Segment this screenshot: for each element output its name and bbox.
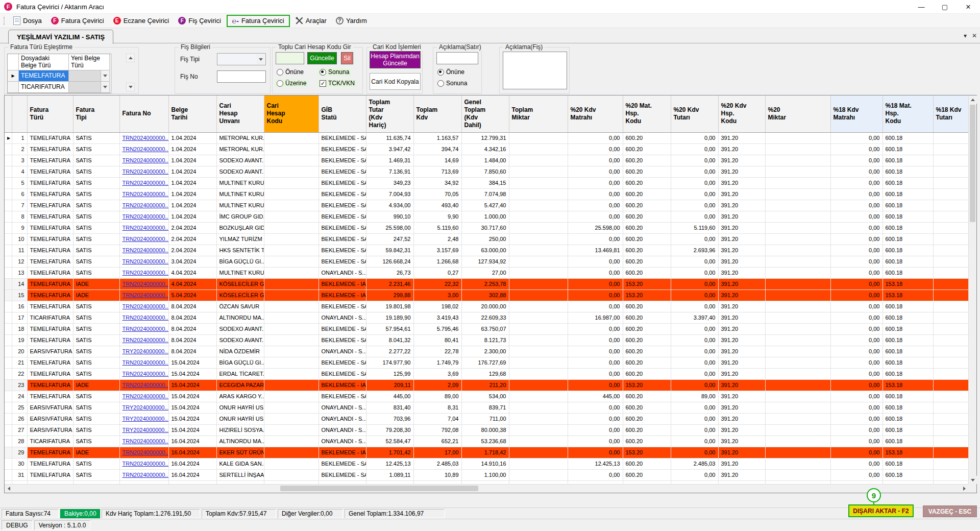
cell-kdv[interactable]: 652,21 [413,436,461,447]
cell-tarih[interactable]: 1.04.2024 [168,155,216,166]
cell-genel[interactable]: 63.750,07 [461,323,509,334]
cell-tipi[interactable]: IADE [73,278,119,289]
cell-m20[interactable]: 0,00 [568,447,623,458]
belge-turu-row[interactable]: ▶ TEMELFATURA [8,70,111,82]
cell-tarih[interactable]: 16.04.2024 [168,447,216,458]
cell-mk20[interactable]: 600.20 [623,312,671,323]
column-header-mk20[interactable]: %20 Mat. Hsp. Kodu [623,95,671,132]
cell-unvan[interactable]: SODEXO AVANT... [216,323,264,334]
cell-genel[interactable] [461,480,509,484]
table-row[interactable]: 29TEMELFATURAIADETRN2024000000...16.04.2… [5,447,968,458]
cell-gib[interactable]: BEKLEMEDE - SA... [318,301,366,312]
cell-no[interactable]: TRN2024000000... [119,278,168,289]
cell-m20[interactable]: 0,00 [568,211,623,222]
cell-tk20[interactable]: 391.20 [718,155,765,166]
cell-gib[interactable]: BEKLEMEDE - SA... [318,480,366,484]
cell-tutar[interactable]: 79.208,30 [366,424,413,436]
cell-unvan[interactable]: EKER SÜT ÜRÜN... [216,447,264,458]
fatura-no-link[interactable]: TRN2024000000... [122,225,169,231]
cell-no[interactable]: TRN2024000000... [119,312,168,323]
cell-tarih[interactable]: 8.04.2024 [168,346,216,357]
cell-no[interactable]: TRN2024000000... [119,211,168,222]
cell-m20[interactable]: 0,00 [568,289,623,301]
column-header-mik20[interactable]: %20 Miktar [765,95,830,132]
cell-tk20[interactable]: 391.20 [718,402,765,413]
cell-tipi[interactable]: SATIS [73,334,119,346]
cell-mk20[interactable]: 153.20 [623,379,671,391]
cell-unvan[interactable]: NİDA ÖZDEMİR [216,346,264,357]
cell-no[interactable]: TRN2024000000... [119,245,168,256]
cell-tk20[interactable]: 391.20 [718,312,765,323]
cell-kdv[interactable]: 7,04 [413,413,461,424]
fatura-no-link[interactable]: TRN2024000000... [122,337,169,343]
cell-m20[interactable]: 0,00 [568,368,623,379]
cell-unvan[interactable]: ERDAL TİCARET... [216,368,264,379]
cell-kodu[interactable] [264,132,318,143]
cell-t18[interactable] [933,188,968,200]
cell-m18[interactable] [830,480,883,484]
cell-m18[interactable]: 0,00 [830,155,883,166]
cell-miktar[interactable] [509,379,568,391]
yeni-belge-turu-combo[interactable] [69,82,110,93]
column-header-tk20[interactable]: %20 Kdv Hsp. Kodu [718,95,765,132]
cell-no[interactable]: TRN2024000000... [119,188,168,200]
cell-tk20[interactable]: 391.20 [718,346,765,357]
cell-tipi[interactable]: SATIS [73,469,119,480]
fis-no-input[interactable] [217,70,266,83]
cell-m20[interactable]: 445,00 [568,391,623,402]
cell-t18[interactable] [933,267,968,278]
cell-genel[interactable]: 2.253,78 [461,278,509,289]
cell-m18[interactable]: 0,00 [830,289,883,301]
cell-mk18[interactable]: 600.18 [883,312,933,323]
cell-m20[interactable]: 25.598,00 [568,222,623,233]
cell-genel[interactable]: 302,88 [461,289,509,301]
cell-mk20[interactable]: 600.20 [623,132,671,143]
cell-genel[interactable]: 20.000,00 [461,301,509,312]
fatura-no-link[interactable]: TRN2024000000... [122,202,169,208]
cell-m18[interactable]: 0,00 [830,132,883,143]
cell-tarih[interactable]: 4.04.2024 [168,278,216,289]
table-row[interactable]: 14TEMELFATURAIADETRN2024000000...4.04.20… [5,278,968,289]
cell-t20[interactable] [671,480,718,484]
cell-gib[interactable]: BEKLEMEDE - SA... [318,233,366,245]
cell-unvan[interactable]: METROPAL KUR... [216,132,264,143]
cell-miktar[interactable] [509,289,568,301]
cell-kdv[interactable]: 89,00 [413,391,461,402]
fatura-no-link[interactable]: TRN2024000000... [122,461,169,467]
cell-tipi[interactable]: SATIS [73,155,119,166]
cell-t18[interactable] [933,132,968,143]
cell-kodu[interactable] [264,312,318,323]
cell-kodu[interactable] [264,222,318,233]
column-header-no[interactable]: Fatura No [119,95,168,132]
cell-tutar[interactable]: 3.947,42 [366,143,413,155]
cell-turu[interactable]: TEMELFATURA [27,278,73,289]
cell-n[interactable]: 22 [12,368,27,379]
cell-kodu[interactable] [264,233,318,245]
cell-kdv[interactable]: 5.795,46 [413,323,461,334]
cell-tarih[interactable]: 15.04.2024 [168,424,216,436]
cell-m20[interactable]: 0,00 [568,469,623,480]
cell-n[interactable]: 28 [12,436,27,447]
cell-mik20[interactable] [765,334,830,346]
cell-mk18[interactable]: 600.18 [883,357,933,368]
cell-gib[interactable]: BEKLEMEDE - SA... [318,177,366,188]
cell-t18[interactable] [933,402,968,413]
cell-gib[interactable]: BEKLEMEDE - SA... [318,458,366,469]
cell-tk20[interactable]: 391.20 [718,166,765,177]
fatura-no-link[interactable]: TRY2024000000... [122,348,169,354]
cell-n[interactable]: 1 [12,132,27,143]
cell-t20[interactable]: 0,00 [671,413,718,424]
cell-tutar[interactable]: 126.668,24 [366,256,413,267]
cell-mk20[interactable]: 600.20 [623,357,671,368]
cell-m18[interactable]: 0,00 [830,143,883,155]
menu-item-efatura-cevirici[interactable]: ℮- Fatura Çevirici [231,16,285,26]
cell-genel[interactable]: 7.850,60 [461,166,509,177]
cell-t20[interactable]: 0,00 [671,436,718,447]
cell-gib[interactable]: ONAYLANDI - S... [318,436,366,447]
table-row[interactable]: 13TEMELFATURASATISTRN2024000000...4.04.2… [5,267,968,278]
radio-satir-onune[interactable]: Önüne [435,68,467,76]
cell-mk20[interactable]: 600.20 [623,143,671,155]
tab-close-icon[interactable]: ✕ [972,32,977,39]
row-marker[interactable] [5,357,12,368]
cell-t20[interactable]: 3.397,40 [671,312,718,323]
